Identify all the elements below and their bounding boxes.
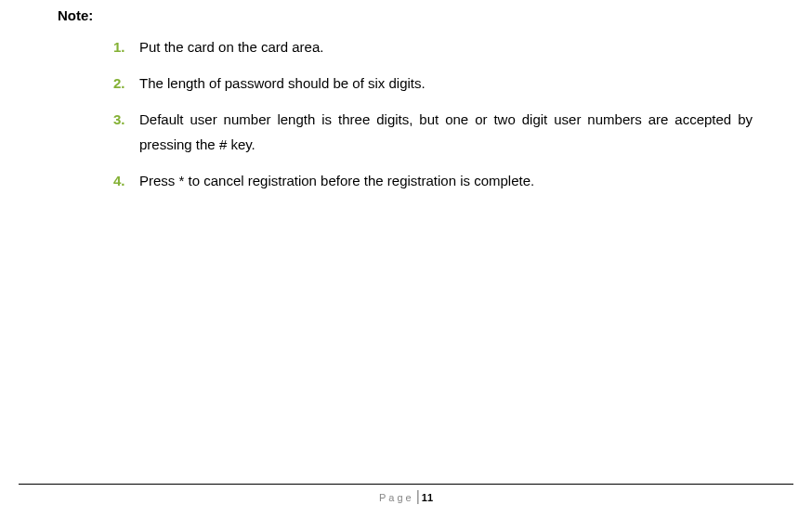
list-item: 4. Press * to cancel registration before… [113,168,756,193]
page-footer: Page|11 [19,484,793,505]
list-item: 1. Put the card on the card area. [113,34,756,59]
list-number: 1. [113,34,139,59]
footer-divider: | [416,488,420,504]
footer-page-number: 11 [422,492,433,503]
list-text: The length of password should be of six … [139,71,426,96]
list-number: 4. [113,168,139,193]
list-text: Default user number length is three digi… [139,107,753,157]
list-item: 3. Default user number length is three d… [113,107,756,157]
list-number: 3. [113,107,139,157]
list-text: Put the card on the card area. [139,34,323,59]
footer-label: Page [379,492,414,503]
note-list: 1. Put the card on the card area. 2. The… [56,34,756,193]
list-number: 2. [113,71,139,96]
list-item: 2. The length of password should be of s… [113,71,756,96]
note-heading: Note: [58,7,756,23]
list-text: Press * to cancel registration before th… [139,168,534,193]
